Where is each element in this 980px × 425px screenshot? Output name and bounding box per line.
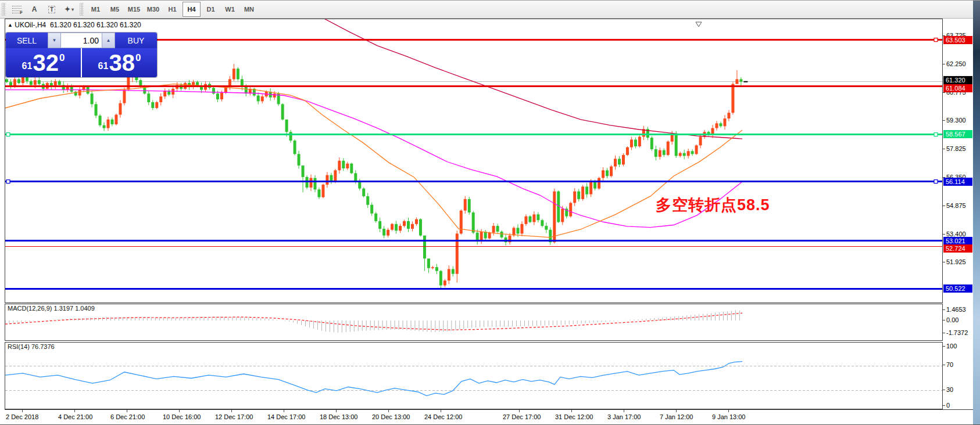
time-tick xyxy=(179,410,180,412)
timeframe-button-w1[interactable]: W1 xyxy=(221,2,239,17)
candle-body xyxy=(659,150,661,157)
fibonacci-lines-button[interactable]: F xyxy=(9,2,25,17)
volume-increase-button[interactable]: ▲ xyxy=(102,33,115,48)
time-axis[interactable]: 2 Dec 20184 Dec 21:006 Dec 21:0010 Dec 1… xyxy=(5,409,973,425)
buy-price-button[interactable]: 61 38 0 xyxy=(82,48,157,77)
candle-body xyxy=(103,125,106,128)
sell-button[interactable]: SELL xyxy=(6,33,48,48)
candle-body xyxy=(468,199,471,212)
candle-body xyxy=(370,205,373,214)
candle-body xyxy=(233,69,235,79)
price-badge-61.084: 61.084 xyxy=(943,84,972,92)
time-label: 20 Dec 13:00 xyxy=(372,413,410,420)
triangle-down-marker[interactable] xyxy=(696,22,702,27)
axis-tick xyxy=(943,405,945,406)
text-label-button[interactable]: A xyxy=(26,2,42,17)
axis-tick xyxy=(943,120,945,121)
arrow-objects-icon: ✦ xyxy=(65,5,70,13)
candle-body xyxy=(310,178,313,188)
candle-body xyxy=(614,159,617,166)
candle-body xyxy=(431,267,434,268)
macd-tick-0.00: 0.00 xyxy=(946,316,958,324)
candle-body xyxy=(171,89,174,95)
toolbar-grip[interactable] xyxy=(2,3,6,16)
price-badge-61.320: 61.320 xyxy=(943,76,972,84)
hline-handle[interactable] xyxy=(6,180,10,183)
time-label: 7 Jan 12:00 xyxy=(660,413,693,420)
candle-body xyxy=(123,90,126,103)
candle-body xyxy=(30,81,33,85)
candle-body xyxy=(524,217,527,224)
timeframe-button-h4[interactable]: H4 xyxy=(183,2,201,17)
candle-body xyxy=(302,165,305,177)
price-badge-63.503: 63.503 xyxy=(943,36,972,44)
timeframe-button-d1[interactable]: D1 xyxy=(202,2,220,17)
timeframe-button-h1[interactable]: H1 xyxy=(163,2,181,17)
timeframe-button-m1[interactable]: M1 xyxy=(87,2,105,17)
volume-decrease-button[interactable]: ▼ xyxy=(48,33,61,48)
chevron-down-icon: ▾ xyxy=(71,7,74,12)
candle-body xyxy=(78,90,81,96)
candle-body xyxy=(313,178,316,190)
time-label: 18 Dec 13:00 xyxy=(320,413,357,420)
candle-body xyxy=(411,224,414,229)
timeframe-button-m5[interactable]: M5 xyxy=(106,2,124,17)
buy-button[interactable]: BUY xyxy=(115,33,157,48)
candle-body xyxy=(382,229,385,236)
candle-body xyxy=(407,221,410,229)
candle-body xyxy=(488,233,491,239)
candle-body xyxy=(107,120,110,128)
text-label-icon: A xyxy=(32,5,37,13)
hline-handle[interactable] xyxy=(934,38,938,42)
candle-body xyxy=(163,91,166,96)
candle-body xyxy=(362,189,365,196)
toolbar-grip[interactable] xyxy=(80,3,84,16)
arrow-objects-button[interactable]: ✦ ▾ xyxy=(61,2,77,17)
volume-input[interactable]: 1.00 xyxy=(61,33,102,48)
candle-body xyxy=(622,155,625,165)
macd-chart[interactable] xyxy=(5,304,942,340)
sell-price-button[interactable]: 61 32 0 xyxy=(6,48,81,77)
price-axis[interactable]: 63.72562.25060.77559.30057.82556.35054.8… xyxy=(943,19,973,409)
candle-body xyxy=(723,118,726,126)
axis-tick xyxy=(943,64,945,64)
time-label: 4 Dec 21:00 xyxy=(58,413,92,420)
hline-handle[interactable] xyxy=(6,133,10,136)
window-edge-scrollbar[interactable] xyxy=(973,1,980,425)
macd-tick--1.7372: -1.7372 xyxy=(946,329,968,337)
candle-body xyxy=(606,170,609,176)
macd-panel[interactable] xyxy=(5,304,943,341)
time-tick xyxy=(441,410,441,412)
candle-body xyxy=(326,175,328,185)
hline-handle[interactable] xyxy=(934,180,938,183)
timeframe-button-m30[interactable]: M30 xyxy=(144,2,162,17)
rsi-panel[interactable] xyxy=(5,342,943,409)
candle-body xyxy=(22,77,24,83)
candle-body xyxy=(541,220,543,226)
candle-body xyxy=(561,208,564,222)
timeframe-button-mn[interactable]: MN xyxy=(240,2,258,17)
collapse-icon[interactable]: ▲ xyxy=(8,22,13,28)
sell-price-pip: 0 xyxy=(59,52,65,64)
rsi-chart[interactable] xyxy=(5,343,942,409)
candle-body xyxy=(500,232,503,237)
candle-body xyxy=(334,170,337,182)
price-tick-51.925: 51.925 xyxy=(946,258,966,266)
timeframe-button-m15[interactable]: M15 xyxy=(125,2,143,17)
candle-body xyxy=(439,271,442,286)
chart-annotation-text[interactable]: 多空转折点58.5 xyxy=(656,195,770,215)
candle-body xyxy=(476,233,479,242)
time-label: 2 Dec 2018 xyxy=(6,413,38,420)
candle-body xyxy=(34,80,37,85)
rsi-tick-0: 0 xyxy=(946,401,950,409)
mt4-window: F A T ✦ ▾ M1M5M15M30H1H4D1W1MN ▲ UKOil-,… xyxy=(0,0,980,425)
price-badge-56.114: 56.114 xyxy=(943,178,972,186)
candle-body xyxy=(83,87,85,90)
candle-body xyxy=(456,233,459,273)
candle-body xyxy=(119,103,121,115)
candle-body xyxy=(585,186,588,194)
time-tick xyxy=(571,410,572,412)
hline-handle[interactable] xyxy=(934,133,938,136)
time-tick xyxy=(676,410,677,412)
text-box-button[interactable]: T xyxy=(44,2,60,17)
